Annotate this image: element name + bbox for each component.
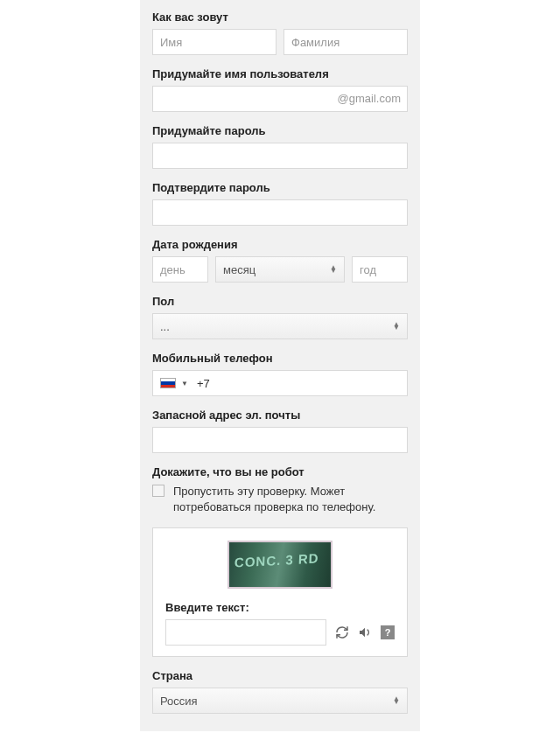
flag-russia-icon <box>160 378 176 388</box>
help-icon[interactable]: ? <box>381 625 395 639</box>
password-label: Придумайте пароль <box>152 124 408 137</box>
lastname-input[interactable] <box>284 29 408 55</box>
phone-code: +7 <box>197 377 210 390</box>
country-select[interactable]: Россия ▲▼ <box>152 688 408 714</box>
captcha-box: Введите текст: ? <box>152 527 408 657</box>
name-label: Как вас зовут <box>152 10 408 24</box>
firstname-input[interactable] <box>152 29 276 55</box>
password-input[interactable] <box>152 143 408 169</box>
confirm-label: Подтвердите пароль <box>152 181 408 194</box>
captcha-image <box>228 541 332 589</box>
country-label: Страна <box>152 669 408 682</box>
phone-label: Мобильный телефон <box>152 352 408 365</box>
chevron-updown-icon: ▲▼ <box>330 266 337 273</box>
gender-select[interactable]: ... ▲▼ <box>152 313 408 339</box>
skip-captcha-label: Пропустить эту проверку. Может потребова… <box>173 484 408 515</box>
audio-icon[interactable] <box>358 625 372 639</box>
dob-day-input[interactable] <box>152 256 208 283</box>
username-input[interactable] <box>152 86 408 112</box>
skip-captcha-checkbox[interactable] <box>152 485 164 497</box>
captcha-header: Докажите, что вы не робот <box>152 465 408 478</box>
gender-label: Пол <box>152 295 408 308</box>
confirm-password-input[interactable] <box>152 199 408 226</box>
chevron-updown-icon: ▲▼ <box>393 323 400 330</box>
refresh-icon[interactable] <box>335 625 349 639</box>
chevron-down-icon: ▼ <box>181 380 188 387</box>
dob-label: Дата рождения <box>152 238 408 251</box>
gender-value: ... <box>160 320 170 333</box>
dob-year-input[interactable] <box>352 256 408 283</box>
phone-input-wrap[interactable]: ▼ +7 <box>152 370 408 396</box>
recovery-label: Запасной адрес эл. почты <box>152 408 408 422</box>
username-label: Придумайте имя пользователя <box>152 67 408 80</box>
captcha-input[interactable] <box>165 619 326 646</box>
captcha-enter-label: Введите текст: <box>165 601 395 614</box>
country-value: Россия <box>160 695 198 708</box>
recovery-email-input[interactable] <box>152 427 408 453</box>
chevron-updown-icon: ▲▼ <box>393 697 400 704</box>
dob-month-value: месяц <box>223 263 256 276</box>
dob-month-select[interactable]: месяц ▲▼ <box>215 256 345 283</box>
